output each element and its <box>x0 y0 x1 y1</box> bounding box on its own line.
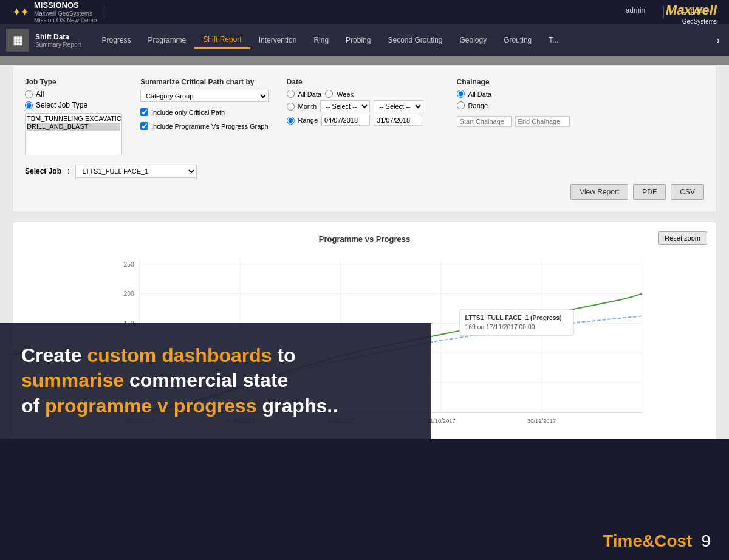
date-range-row: Range <box>287 115 439 126</box>
job-type-radio-group: All Select Job Type <box>25 90 122 109</box>
chainage-label: Chainage <box>457 78 590 86</box>
date-week-radio[interactable] <box>325 90 333 98</box>
tab-second-grouting[interactable]: Second Grouting <box>379 32 451 48</box>
date-range-label: Range <box>298 117 318 124</box>
month-select-2[interactable]: -- Select -- <box>374 100 423 112</box>
radio-select-label: Select Job Type <box>36 101 87 109</box>
date-label: Date <box>287 78 439 86</box>
shift-data-icon: ▦ <box>6 29 29 52</box>
overlay-line1-start: Create <box>21 344 87 366</box>
bottom-overlay: Create custom dashboards to summarise co… <box>0 323 431 439</box>
start-chainage-input[interactable] <box>457 116 512 127</box>
date-month-label: Month <box>298 103 317 110</box>
csv-button[interactable]: CSV <box>671 184 704 200</box>
overlay-line3-start: of <box>21 395 45 417</box>
tab-geology[interactable]: Geology <box>451 32 496 48</box>
top-navigation-bar: ✦✦ MISSIONOS Maxwell GeoSystems Mission … <box>0 0 729 24</box>
admin-link[interactable]: admin <box>626 6 646 18</box>
shift-data-title: Shift Data <box>35 33 81 41</box>
tab-probing[interactable]: Probing <box>337 32 379 48</box>
date-from-input[interactable] <box>321 115 370 126</box>
tab-programme[interactable]: Programme <box>140 32 195 48</box>
overlay-line-1: Create custom dashboards to <box>21 343 410 369</box>
tab-grouting[interactable]: Grouting <box>495 32 540 48</box>
overlay-line2-end: commercial state <box>124 369 288 391</box>
pdf-button[interactable]: PDF <box>633 184 666 200</box>
time-cost-label: Time&Cost <box>603 531 692 551</box>
include-critical-path-label: Include only Critical Path <box>151 109 225 116</box>
chainage-range-label: Range <box>468 102 488 109</box>
tab-intervention[interactable]: Intervention <box>250 32 306 48</box>
overlay-line-3: of programme v progress graphs.. <box>21 394 410 419</box>
brand-name: MISSIONOS <box>34 1 97 10</box>
include-critical-path-row: Include only Critical Path <box>140 108 269 116</box>
page-number: 9 <box>701 531 711 551</box>
select-job-dropdown[interactable]: LTTS1_FULL FACE_1 <box>75 165 197 178</box>
tab-t[interactable]: T... <box>540 32 567 48</box>
month-select-1[interactable]: -- Select -- <box>320 100 370 112</box>
job-type-label: Job Type <box>25 78 122 86</box>
overlay-line3-orange: programme v progress <box>45 395 257 417</box>
secondary-nav-bar: ▦ Shift Data Summary Report Progress Pro… <box>0 24 729 56</box>
date-all-data-radio[interactable] <box>287 90 295 98</box>
radio-all: All <box>25 90 122 98</box>
chainage-range-row: Range <box>457 101 590 109</box>
chainage-range-radio[interactable] <box>457 101 465 109</box>
tab-ring[interactable]: Ring <box>305 32 337 48</box>
date-month-radio[interactable] <box>287 103 295 111</box>
overlay-line1-orange: custom dashboards <box>87 344 272 366</box>
job-option-tbm: TBM_TUNNELING EXCAVATION <box>27 115 120 123</box>
job-list-box[interactable]: TBM_TUNNELING EXCAVATION DRILL_AND_BLAST <box>25 113 122 155</box>
include-programme-label: Include Programme Vs Progress Graph <box>151 123 269 130</box>
chart-title: Programme vs Progress <box>22 234 707 244</box>
brand-icon: ✦✦ <box>12 5 28 19</box>
summarize-label: Summarize Critical Path chart by <box>140 78 269 86</box>
maxwell-logo-area: Maxwell GeoSystems <box>666 2 717 25</box>
job-type-group: Job Type All Select Job Type TBM_TUNNELI… <box>25 78 122 155</box>
select-job-row: Select Job : LTTS1_FULL FACE_1 <box>25 165 704 178</box>
include-programme-checkbox[interactable] <box>140 122 148 130</box>
date-all-data-label: All Data <box>298 90 322 98</box>
svg-text:200: 200 <box>124 290 134 297</box>
tab-progress[interactable]: Progress <box>94 32 140 48</box>
date-week-label: Week <box>337 90 354 98</box>
svg-text:LTTS1_FULL FACE_1 (Progress): LTTS1_FULL FACE_1 (Progress) <box>465 315 562 321</box>
include-programme-row: Include Programme Vs Progress Graph <box>140 122 269 130</box>
radio-select-job-type: Select Job Type <box>25 101 122 109</box>
divider-2 <box>663 6 664 18</box>
radio-select-input[interactable] <box>25 101 33 109</box>
divider-1 <box>106 6 106 18</box>
category-group-select[interactable]: Category Group <box>140 90 269 102</box>
svg-text:169 on 17/11/2017 00:00: 169 on 17/11/2017 00:00 <box>465 324 535 330</box>
brand-demo: Mission OS New Demo <box>34 17 97 24</box>
overlay-line2-orange: summarise <box>21 369 124 391</box>
date-to-input[interactable] <box>374 115 422 126</box>
reset-zoom-button[interactable]: Reset zoom <box>658 231 707 245</box>
form-buttons: View Report PDF CSV <box>25 184 704 200</box>
brand-company: Maxwell GeoSystems <box>34 10 97 17</box>
radio-all-label: All <box>36 90 44 98</box>
dashboard-icon: ▦ <box>13 33 23 47</box>
svg-text:30/11/2017: 30/11/2017 <box>527 417 556 424</box>
date-group: Date All Data Week Month -- Select -- <box>287 78 439 126</box>
chainage-inputs-row <box>457 116 590 127</box>
svg-text:250: 250 <box>124 261 134 268</box>
summarize-group: Summarize Critical Path chart by Categor… <box>140 78 269 130</box>
overlay-line-2: summarise commercial state <box>21 368 410 394</box>
radio-all-input[interactable] <box>25 90 33 98</box>
shift-data-label: Shift Data Summary Report <box>35 33 81 48</box>
nav-tabs: Progress Programme Shift Report Interven… <box>94 32 713 49</box>
nav-next-arrow[interactable]: › <box>713 34 723 47</box>
brand-logo-area: ✦✦ MISSIONOS Maxwell GeoSystems Mission … <box>12 1 97 24</box>
include-critical-path-checkbox[interactable] <box>140 108 148 116</box>
job-option-drill: DRILL_AND_BLAST <box>27 123 120 131</box>
overlay-line1-end: to <box>272 344 296 366</box>
footer-area: Time&Cost 9 <box>0 439 729 560</box>
chainage-all-label: All Data <box>468 90 492 98</box>
date-range-radio[interactable] <box>287 117 295 125</box>
view-report-button[interactable]: View Report <box>570 184 628 200</box>
tab-shift-report[interactable]: Shift Report <box>194 32 250 49</box>
date-all-data-row: All Data Week <box>287 90 439 98</box>
end-chainage-input[interactable] <box>515 116 570 127</box>
chainage-all-radio[interactable] <box>457 90 465 98</box>
